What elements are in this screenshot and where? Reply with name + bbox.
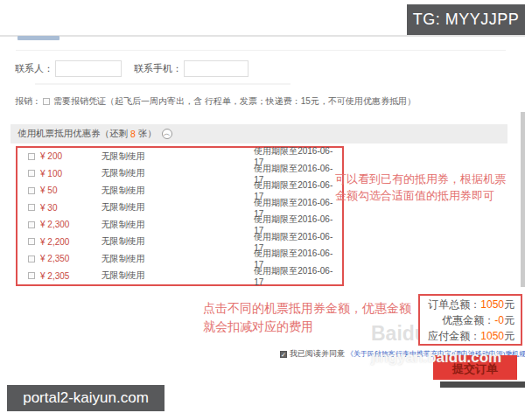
reimburse-checkbox[interactable]: [43, 98, 50, 105]
voucher-amount: ¥ 50: [40, 186, 102, 195]
voucher-amount: ¥ 2,200: [40, 237, 102, 247]
bottom-dark-bar: [440, 382, 525, 388]
voucher-amount: ¥ 2,305: [40, 271, 102, 281]
voucher-usage: 无限制使用: [102, 167, 254, 179]
summary-unit: 元: [504, 314, 514, 326]
voucher-usage: 无限制使用: [102, 219, 254, 231]
voucher-amount: ¥ 200: [40, 151, 102, 161]
voucher-table: ¥ 200 无限制使用 使用期限至2016-06-17 ¥ 100 无限制使用 …: [16, 146, 344, 286]
annotation-voucher-tip: 可以看到已有的抵用券，根据机票 金额勾选合适面值的抵用券即可: [335, 171, 506, 204]
voucher-checkbox[interactable]: [28, 272, 35, 279]
summary-row-discount: 优惠金额：-0元: [420, 312, 521, 328]
summary-value: 1050: [480, 330, 504, 342]
voucher-checkbox[interactable]: [28, 153, 35, 160]
voucher-title-prefix: 使用机票抵用优惠券（还剩: [18, 128, 128, 140]
jingyan-baidu-watermark: jingyan.baidu.com: [371, 349, 501, 367]
voucher-checkbox[interactable]: [28, 256, 35, 262]
voucher-checkbox[interactable]: [28, 204, 35, 211]
voucher-amount: ¥ 100: [40, 169, 102, 178]
summary-row-payable: 应付金额：1050元: [420, 328, 521, 344]
voucher-title-suffix: 张）: [138, 128, 157, 140]
voucher-amount: ¥ 2,350: [40, 254, 102, 263]
voucher-amount: ¥ 2,300: [40, 220, 102, 229]
voucher-checkbox[interactable]: [28, 170, 35, 177]
reimburse-label: 报销：: [15, 95, 41, 108]
contact-row: 联系人： 联系手机：: [15, 60, 248, 77]
sub-divider: [16, 50, 506, 51]
order-summary-box: 订单总额：1050元 优惠金额：-0元 应付金额：1050元: [418, 294, 522, 346]
voucher-row[interactable]: ¥ 2,305 无限制使用 使用期限至2016-06-17: [18, 268, 342, 285]
contact-name-input[interactable]: [55, 60, 122, 77]
contact-name-label: 联系人：: [15, 62, 53, 75]
checkout-page: TG: MYYJJPP 联系人： 联系手机： 报销： 需要报销凭证（起飞后一周内…: [0, 0, 525, 420]
agreement-checkbox[interactable]: ✓: [280, 351, 287, 358]
voucher-expiry: 使用期限至2016-06-17: [254, 265, 342, 287]
top-divider: [0, 35, 525, 37]
voucher-usage: 无限制使用: [102, 270, 254, 282]
annotation-line: 可以看到已有的抵用券，根据机票: [335, 171, 506, 187]
top-tab[interactable]: [18, 36, 60, 40]
reimburse-row: 报销： 需要报销凭证（起飞后一周内寄出，含 行程单，发票；快递费：15元，不可使…: [15, 95, 416, 108]
voucher-section-header: 使用机票抵用优惠券（还剩 8 张） ︿: [10, 124, 508, 144]
voucher-usage: 无限制使用: [102, 150, 254, 163]
form-divider: [35, 83, 290, 85]
voucher-checkbox[interactable]: [28, 238, 35, 245]
summary-row-total: 订单总额：1050元: [420, 297, 521, 312]
summary-label: 订单总额：: [428, 298, 480, 311]
summary-value: -0: [494, 314, 504, 326]
voucher-checkbox[interactable]: [28, 221, 35, 228]
collapse-icon[interactable]: ︿: [162, 129, 172, 139]
voucher-usage: 无限制使用: [102, 185, 254, 197]
tg-watermark-badge: TG: MYYJJPP: [407, 4, 525, 35]
summary-label: 优惠金额：: [442, 314, 494, 326]
contact-phone-label: 联系手机：: [134, 62, 182, 75]
summary-value: 1050: [480, 298, 504, 311]
voucher-usage: 无限制使用: [102, 201, 254, 214]
voucher-usage: 无限制使用: [102, 235, 254, 248]
summary-unit: 元: [504, 330, 514, 342]
summary-label: 应付金额：: [428, 330, 480, 342]
agreement-text: 我已阅读并同意: [290, 348, 345, 360]
voucher-remaining-count: 8: [130, 129, 136, 139]
reimburse-text: 需要报销凭证（起飞后一周内寄出，含 行程单，发票；快递费：15元，不可使用优惠券…: [53, 95, 416, 108]
summary-unit: 元: [504, 298, 514, 311]
voucher-usage: 无限制使用: [102, 253, 254, 265]
site-watermark-badge: portal2-kaiyun.com: [7, 385, 164, 411]
annotation-line: 金额勾选合适面值的抵用券即可: [335, 187, 506, 204]
annotation-line: 点击不同的机票抵用券金额，优惠金额: [203, 299, 411, 318]
contact-phone-input[interactable]: [184, 60, 248, 77]
voucher-amount: ¥ 30: [40, 203, 102, 213]
scrollbar[interactable]: [521, 112, 525, 287]
voucher-checkbox[interactable]: [28, 187, 35, 194]
